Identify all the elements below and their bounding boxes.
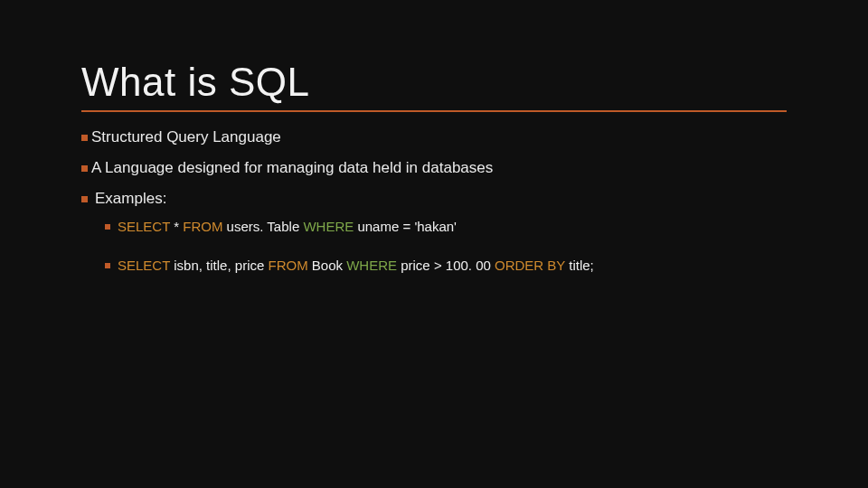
sql-text: price > 100. 00 [397, 258, 495, 273]
code-example: SELECT * FROM users. Table WHERE uname =… [118, 219, 457, 234]
sql-keyword: WHERE [303, 219, 354, 234]
bullet-icon [81, 196, 88, 202]
sql-text: users. Table [222, 219, 303, 234]
sub-bullet-item: SELECT * FROM users. Table WHERE uname =… [105, 219, 787, 234]
sql-text: title; [565, 258, 594, 273]
sql-keyword: SELECT [118, 219, 170, 234]
slide-title: What is SQL [81, 0, 787, 112]
bullet-text: A Language designed for managing data he… [91, 159, 493, 177]
sql-text: isbn, title, price [170, 258, 268, 273]
sql-keyword: WHERE [346, 258, 397, 273]
sql-text: uname = 'hakan' [354, 219, 457, 234]
bullet-text: Examples: [95, 190, 166, 208]
bullet-icon [81, 135, 88, 141]
sql-text: Book [308, 258, 347, 273]
bullet-icon [105, 263, 110, 268]
bullet-text: Structured Query Language [91, 128, 281, 146]
bullet-item: Examples: [81, 190, 787, 208]
slide: What is SQL Structured Query Language A … [0, 0, 868, 488]
sql-text: * [170, 219, 183, 234]
sub-bullet-item: SELECT isbn, title, price FROM Book WHER… [105, 258, 787, 273]
bullet-icon [81, 165, 88, 172]
slide-body: Structured Query Language A Language des… [81, 112, 787, 273]
bullet-item: A Language designed for managing data he… [81, 159, 787, 177]
sql-keyword: FROM [183, 219, 222, 234]
bullet-item: Structured Query Language [81, 128, 787, 146]
code-example: SELECT isbn, title, price FROM Book WHER… [118, 258, 594, 273]
bullet-icon [105, 224, 110, 230]
sql-keyword: ORDER BY [495, 258, 565, 273]
sql-keyword: FROM [268, 258, 307, 273]
sql-keyword: SELECT [118, 258, 170, 273]
sub-bullet-list: SELECT * FROM users. Table WHERE uname =… [81, 217, 787, 273]
